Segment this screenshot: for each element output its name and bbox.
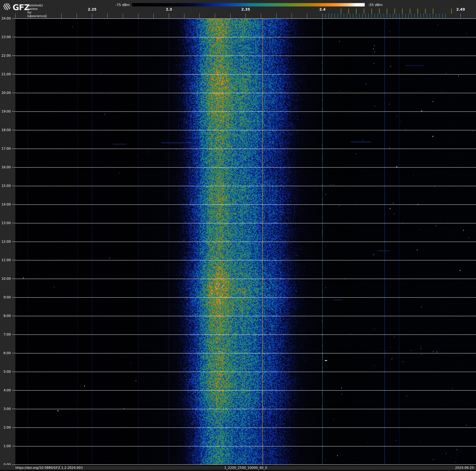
wifi-channel-tick [394, 9, 395, 14]
freq-tick-label: 2.25 [83, 7, 101, 11]
time-label: 21:00 [0, 72, 11, 76]
time-tick [12, 204, 15, 205]
ble-channel-tick [384, 14, 384, 18]
time-label: 1:00 [0, 444, 11, 448]
ble-channel-tick [402, 14, 402, 18]
time-label: 12:00 [0, 240, 11, 243]
ble-channel-tick [445, 14, 445, 18]
gfz-tagline-line2: for Geosciences [27, 11, 47, 18]
time-label: 10:00 [0, 277, 11, 281]
wifi-channel-tick [425, 9, 426, 14]
gridline-overlay-canvas [15, 18, 476, 465]
freq-minor-tick [61, 14, 62, 18]
wifi-channel-tick [379, 9, 380, 14]
date-label: 2024-06-25 [455, 466, 474, 470]
ble-channel-tick [390, 14, 390, 18]
time-tick [12, 55, 15, 56]
ble-channel-tick [418, 14, 418, 18]
freq-minor-tick [107, 14, 108, 18]
freq-minor-tick [215, 14, 215, 18]
freq-tick-label: 2.35 [237, 7, 255, 11]
time-tick [12, 148, 15, 149]
freq-minor-tick [292, 14, 292, 18]
ble-channel-tick [362, 14, 362, 18]
footer-bottom-strip [0, 470, 476, 471]
colorbar-gradient [132, 3, 365, 6]
time-tick [12, 223, 15, 223]
wifi-channel-tick [451, 9, 452, 14]
time-tick [12, 186, 15, 186]
time-tick [12, 409, 15, 409]
ble-channel-tick [439, 14, 439, 18]
ble-channel-tick [332, 14, 332, 18]
time-tick [12, 93, 15, 93]
freq-minor-tick [276, 14, 276, 18]
colorbar-max-label: -55 dBm [368, 3, 382, 7]
ble-channel-tick [353, 14, 353, 18]
time-tick [12, 372, 15, 372]
spectrum-monitor-plot: GFZ Helmholtz Centre for Geosciences -75… [0, 0, 476, 471]
ble-channel-tick [424, 14, 424, 18]
freq-minor-tick [153, 14, 154, 18]
freq-tick-label: 2.49 [451, 7, 470, 11]
ble-channel-tick [393, 14, 393, 18]
time-tick [12, 316, 15, 316]
wifi-channel-tick [348, 9, 349, 14]
ble-channel-tick [381, 14, 381, 18]
ble-channel-tick [359, 14, 359, 18]
ble-channel-tick [405, 14, 406, 18]
ble-channel-tick [427, 14, 427, 18]
time-label: 22:00 [0, 54, 11, 57]
ble-channel-tick [356, 14, 357, 18]
freq-minor-tick [322, 14, 323, 18]
freq-tick-label: 2.3 [160, 7, 178, 11]
time-tick [12, 37, 15, 37]
ble-channel-tick [399, 14, 399, 18]
time-label: 16:00 [0, 165, 11, 169]
time-label: 17:00 [0, 147, 11, 150]
wifi-channel-tick [418, 9, 418, 14]
ble-channel-tick [414, 14, 415, 18]
freq-minor-tick [46, 14, 46, 18]
freq-minor-tick [31, 14, 31, 18]
wifi-channel-tick [364, 9, 364, 14]
ble-channel-tick [325, 14, 326, 18]
time-tick [12, 74, 15, 74]
wifi-channel-tick [402, 9, 403, 14]
freq-minor-tick [123, 14, 123, 18]
ble-channel-tick [347, 14, 347, 18]
time-label: 8:00 [0, 314, 11, 318]
freq-minor-tick [92, 14, 92, 18]
time-tick [12, 279, 15, 279]
time-label: 11:00 [0, 258, 11, 262]
time-label: 4:00 [0, 388, 11, 392]
time-label: 5:00 [0, 370, 11, 374]
ble-channel-tick [338, 14, 338, 18]
ble-channel-tick [368, 14, 369, 18]
time-tick [12, 18, 15, 18]
time-label: 3:00 [0, 407, 11, 411]
freq-minor-tick [460, 14, 461, 18]
freq-minor-tick [307, 14, 307, 18]
ble-channel-tick [436, 14, 436, 18]
footer-gap [15, 465, 476, 466]
ble-channel-tick [372, 14, 372, 18]
time-label: 20:00 [0, 91, 11, 95]
wifi-channel-tick [356, 9, 357, 14]
dataset-label: 1_2200_2500_10000_40_0 [15, 466, 476, 470]
time-label: 18:00 [0, 128, 11, 132]
time-label: 7:00 [0, 333, 11, 336]
time-tick [12, 446, 15, 446]
time-tick [12, 241, 15, 242]
freq-minor-tick [77, 14, 77, 18]
ble-channel-tick [433, 14, 433, 18]
time-tick [12, 297, 15, 297]
ble-channel-tick [365, 14, 366, 18]
time-label: 9:00 [0, 295, 11, 299]
time-tick [12, 260, 15, 260]
time-label: 23:00 [0, 35, 11, 39]
time-label: 15:00 [0, 184, 11, 188]
ble-channel-tick [442, 14, 442, 18]
time-label: 2:00 [0, 426, 11, 429]
freq-minor-tick [184, 14, 184, 18]
